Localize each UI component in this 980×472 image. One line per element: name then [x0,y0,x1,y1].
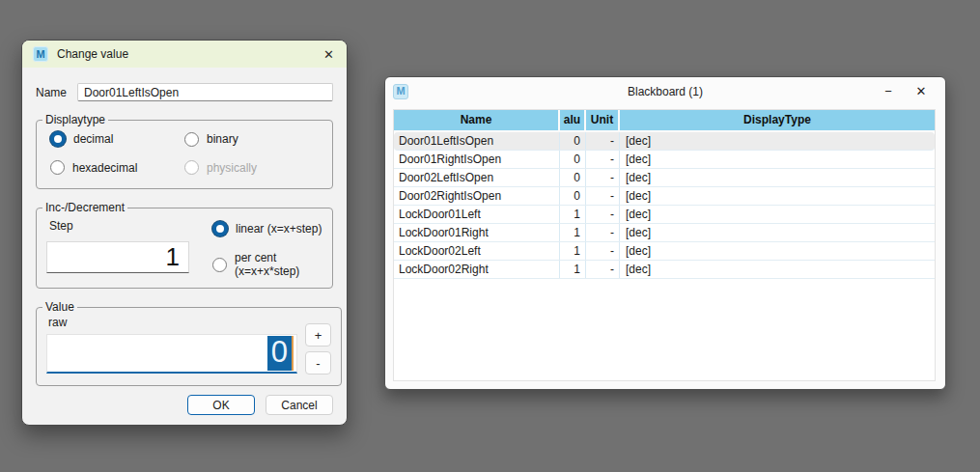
cell-value: 0 [560,151,586,168]
dialog-buttons: OK Cancel [36,395,333,415]
table-header-row: Name alu Unit DisplayType [394,110,935,132]
ok-button[interactable]: OK [187,395,255,415]
cell-name: Door01LeftIsOpen [394,132,560,150]
cell-value: 0 [560,132,586,150]
cell-value: 1 [560,224,586,241]
cell-displaytype: [dec] [620,224,935,241]
table-row[interactable]: Door02LeftIsOpen0-[dec] [394,169,935,187]
minimize-icon[interactable]: − [872,77,905,105]
cell-name: Door01RightIsOpen [394,151,560,168]
table-row[interactable]: Door02RightIsOpen0-[dec] [394,187,935,206]
radio-icon [50,131,66,147]
cell-displaytype: [dec] [620,206,935,223]
column-header-name[interactable]: Name [394,110,560,130]
table-row[interactable]: LockDoor02Left1-[dec] [394,242,935,261]
change-value-dialog: M Change value ✕ Name Displaytype decima… [21,40,348,426]
column-header-value[interactable]: alu [560,110,586,130]
cell-name: Door02LeftIsOpen [394,169,560,186]
radio-icon [50,160,65,175]
cell-displaytype: [dec] [620,151,935,168]
cell-unit: - [586,242,620,260]
incdecrement-options: linear (x=x+step) per cent (x=x+x*step) [199,221,322,278]
radio-binary[interactable]: binary [184,131,319,147]
cell-displaytype: [dec] [620,187,935,205]
blackboard-title: Blackboard (1) [385,85,945,98]
blackboard-titlebar[interactable]: M Blackboard (1) − ✕ [385,77,945,105]
radio-linear[interactable]: linear (x=x+step) [212,221,322,236]
cell-value: 0 [560,169,586,186]
radio-decimal[interactable]: decimal [50,131,184,147]
table-row[interactable]: LockDoor01Left1-[dec] [394,206,935,224]
cell-name: LockDoor01Left [394,206,560,223]
cell-displaytype: [dec] [620,132,935,150]
value-content: raw 0 + - [37,314,341,385]
cell-displaytype: [dec] [620,261,935,278]
text-caret [292,336,294,371]
close-icon[interactable]: ✕ [905,77,938,105]
cancel-button[interactable]: Cancel [266,395,333,415]
column-header-displaytype[interactable]: DisplayType [620,110,935,130]
table-row[interactable]: Door01LeftIsOpen0-[dec] [394,132,935,151]
value-legend: Value [42,300,77,314]
cell-unit: - [586,261,620,278]
app-m-icon: M [393,84,408,99]
cell-unit: - [586,151,620,168]
column-header-unit[interactable]: Unit [586,110,620,130]
desktop-background: M Change value ✕ Name Displaytype decima… [0,0,980,472]
spinner-buttons: + - [305,323,331,375]
cell-displaytype: [dec] [620,242,935,260]
radio-physically: physically [184,160,319,175]
blackboard-window: M Blackboard (1) − ✕ Name alu Unit Displ… [384,76,946,390]
incdecrement-legend: Inc-/Decrement [42,201,127,214]
dialog-titlebar[interactable]: M Change value ✕ [22,41,347,68]
name-label: Name [36,86,67,99]
radio-hexadecimal[interactable]: hexadecimal [50,160,184,175]
name-input[interactable] [77,83,333,101]
cell-displaytype: [dec] [620,169,935,186]
cell-value: 0 [560,187,586,205]
cell-name: LockDoor02Left [394,242,560,260]
displaytype-legend: Displaytype [42,113,108,126]
table-row[interactable]: LockDoor02Right1-[dec] [394,261,935,279]
cell-unit: - [586,224,620,241]
cell-name: LockDoor01Right [394,224,560,241]
radio-icon [184,160,199,175]
decrement-button[interactable]: - [305,351,331,375]
value-group: Value raw 0 + - [36,300,342,386]
raw-value-input[interactable]: 0 [46,334,297,374]
cell-unit: - [586,206,620,223]
cell-value: 1 [560,206,586,223]
displaytype-group: Displaytype decimal binary hexadecimal [36,113,333,189]
name-row: Name [36,83,333,101]
cell-name: LockDoor02Right [394,261,560,278]
increment-button[interactable]: + [305,323,331,347]
raw-value-row: 0 + - [46,334,331,375]
raw-label: raw [48,316,331,329]
step-input[interactable]: 1 [46,241,189,273]
dialog-body: Name Displaytype decimal binary [22,83,347,415]
cell-value: 1 [560,261,586,278]
step-column: Step 1 [46,216,189,278]
blackboard-table: Name alu Unit DisplayType Door01LeftIsOp… [393,109,936,381]
cell-name: Door02RightIsOpen [394,187,560,205]
selected-text: 0 [267,336,292,371]
blackboard-table-body: Door01LeftIsOpen0-[dec]Door01RightIsOpen… [394,132,935,279]
radio-icon [212,258,227,272]
table-row[interactable]: Door01RightIsOpen0-[dec] [394,151,935,169]
window-controls: − ✕ [872,77,938,105]
dialog-title: Change value [57,47,128,61]
cell-unit: - [586,132,620,150]
close-icon[interactable]: ✕ [322,47,336,62]
table-row[interactable]: LockDoor01Right1-[dec] [394,224,935,242]
incdecrement-content: Step 1 linear (x=x+step) per cent (x=x+x… [37,214,332,288]
radio-percent[interactable]: per cent (x=x+x*step) [212,251,322,278]
cell-unit: - [586,169,620,186]
incdecrement-group: Inc-/Decrement Step 1 linear (x=x+step) [36,201,333,289]
cell-unit: - [586,187,620,205]
step-label: Step [49,219,189,233]
app-m-icon: M [33,46,48,62]
cell-value: 1 [560,242,586,260]
radio-icon [212,221,228,236]
displaytype-options: decimal binary hexadecimal physically [37,126,332,188]
radio-icon [184,132,199,147]
